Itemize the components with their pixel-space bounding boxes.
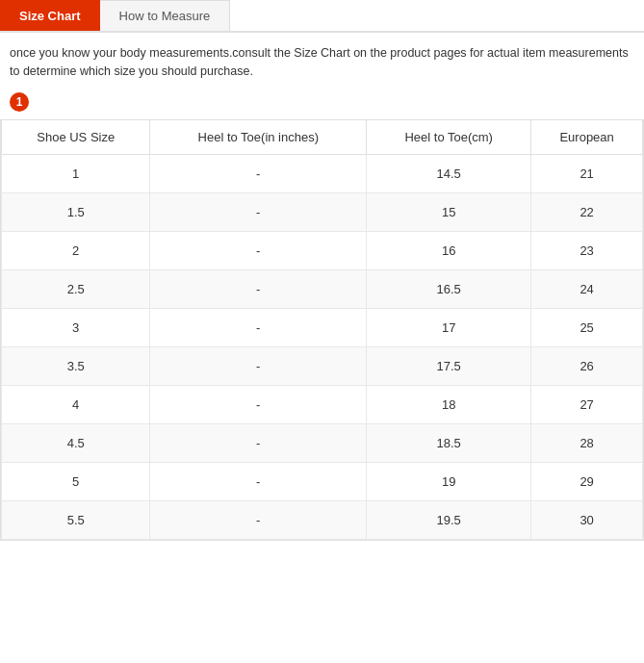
step-badge: 1 — [10, 92, 29, 112]
table-cell-0-3: 21 — [531, 154, 643, 192]
table-cell-2-1: - — [150, 231, 367, 269]
tab-bar: Size Chart How to Measure — [0, 0, 644, 33]
table-cell-9-0: 5.5 — [2, 500, 150, 539]
table-cell-5-1: - — [150, 346, 367, 385]
table-cell-5-2: 17.5 — [367, 346, 531, 385]
table-cell-0-1: - — [150, 154, 367, 192]
table-cell-8-1: - — [150, 462, 367, 500]
table-cell-6-1: - — [150, 385, 367, 423]
table-cell-8-2: 19 — [367, 462, 531, 500]
col-header-heel-inches: Heel to Toe(in inches) — [150, 119, 367, 154]
table-cell-1-3: 22 — [531, 192, 643, 231]
table-cell-8-0: 5 — [2, 462, 150, 500]
table-row: 2.5-16.524 — [2, 269, 643, 308]
table-cell-1-0: 1.5 — [2, 192, 150, 231]
table-cell-3-3: 24 — [531, 269, 643, 308]
table-cell-4-1: - — [150, 308, 367, 346]
table-cell-8-3: 29 — [531, 462, 643, 500]
table-cell-6-3: 27 — [531, 385, 643, 423]
col-header-heel-cm: Heel to Toe(cm) — [367, 119, 531, 154]
table-row: 1-14.521 — [2, 154, 643, 192]
table-cell-3-2: 16.5 — [367, 269, 531, 308]
table-row: 5-1929 — [2, 462, 643, 500]
table-cell-2-3: 23 — [531, 231, 643, 269]
description-text: once you know your body measurements.con… — [0, 33, 644, 87]
col-header-us-size: Shoe US Size — [2, 119, 150, 154]
table-header-row: Shoe US Size Heel to Toe(in inches) Heel… — [2, 119, 643, 154]
table-row: 5.5-19.530 — [2, 500, 643, 539]
tab-size-chart[interactable]: Size Chart — [0, 0, 100, 31]
table-row: 2-1623 — [2, 231, 643, 269]
table-cell-5-0: 3.5 — [2, 346, 150, 385]
table-cell-6-0: 4 — [2, 385, 150, 423]
table-cell-7-0: 4.5 — [2, 423, 150, 462]
table-cell-4-0: 3 — [2, 308, 150, 346]
table-cell-9-1: - — [150, 500, 367, 539]
table-cell-3-0: 2.5 — [2, 269, 150, 308]
table-cell-3-1: - — [150, 269, 367, 308]
table-row: 3-1725 — [2, 308, 643, 346]
table-cell-7-2: 18.5 — [367, 423, 531, 462]
table-cell-7-1: - — [150, 423, 367, 462]
table-cell-1-2: 15 — [367, 192, 531, 231]
size-chart-table: Shoe US Size Heel to Toe(in inches) Heel… — [1, 119, 643, 540]
table-cell-1-1: - — [150, 192, 367, 231]
table-cell-4-3: 25 — [531, 308, 643, 346]
size-chart-table-container: Shoe US Size Heel to Toe(in inches) Heel… — [0, 119, 644, 541]
table-row: 3.5-17.526 — [2, 346, 643, 385]
table-row: 4.5-18.528 — [2, 423, 643, 462]
table-cell-9-2: 19.5 — [367, 500, 531, 539]
table-cell-2-2: 16 — [367, 231, 531, 269]
table-cell-0-2: 14.5 — [367, 154, 531, 192]
table-row: 4-1827 — [2, 385, 643, 423]
table-row: 1.5-1522 — [2, 192, 643, 231]
table-cell-9-3: 30 — [531, 500, 643, 539]
table-cell-5-3: 26 — [531, 346, 643, 385]
table-cell-2-0: 2 — [2, 231, 150, 269]
table-cell-4-2: 17 — [367, 308, 531, 346]
col-header-european: European — [531, 119, 643, 154]
table-cell-0-0: 1 — [2, 154, 150, 192]
table-cell-7-3: 28 — [531, 423, 643, 462]
table-cell-6-2: 18 — [367, 385, 531, 423]
tab-how-to-measure[interactable]: How to Measure — [100, 0, 231, 31]
